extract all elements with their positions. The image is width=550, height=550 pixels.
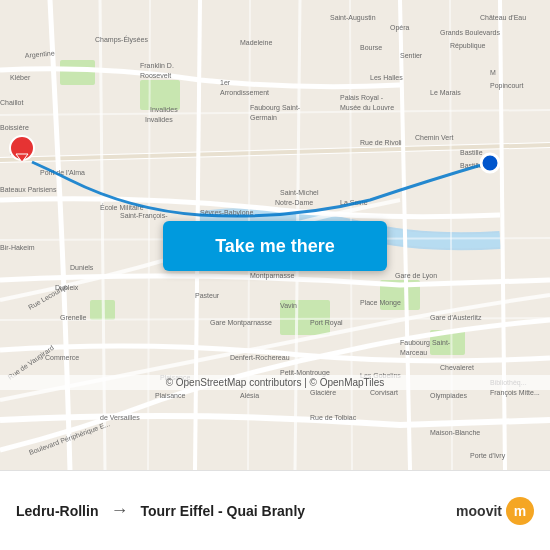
svg-text:Chaillot: Chaillot xyxy=(0,99,23,106)
svg-text:Palais Royal -: Palais Royal - xyxy=(340,94,384,102)
svg-text:Bourse: Bourse xyxy=(360,44,382,51)
svg-text:Champs-Élysées: Champs-Élysées xyxy=(95,35,148,44)
route-arrow-icon: → xyxy=(110,500,128,521)
svg-text:Denfert-Rochereau: Denfert-Rochereau xyxy=(230,354,290,361)
svg-text:Bir-Hakeim: Bir-Hakeim xyxy=(0,244,35,251)
svg-text:Commerce: Commerce xyxy=(45,354,79,361)
svg-text:Germain: Germain xyxy=(250,114,277,121)
svg-text:1er: 1er xyxy=(220,79,231,86)
svg-point-89 xyxy=(481,154,499,172)
svg-text:Bateaux Parisiens: Bateaux Parisiens xyxy=(0,186,57,193)
svg-text:Kléber: Kléber xyxy=(10,74,31,81)
svg-text:Boissière: Boissière xyxy=(0,124,29,131)
svg-text:Gare Montparnasse: Gare Montparnasse xyxy=(210,319,272,327)
svg-text:Faubourg Saint-: Faubourg Saint- xyxy=(400,339,451,347)
svg-text:Gare de Lyon: Gare de Lyon xyxy=(395,272,437,280)
svg-text:Saint-François-: Saint-François- xyxy=(120,212,168,220)
take-me-there-button[interactable]: Take me there xyxy=(163,221,387,271)
svg-text:Duniels: Duniels xyxy=(70,264,94,271)
svg-text:François Mitte...: François Mitte... xyxy=(490,389,540,397)
svg-text:Popincourt: Popincourt xyxy=(490,82,524,90)
svg-text:Rue de Tolbiac: Rue de Tolbiac xyxy=(310,414,357,421)
moovit-text: moovit xyxy=(456,503,502,519)
destination-station: Tourr Eiffel - Quai Branly xyxy=(140,503,305,519)
svg-text:Notre-Dame: Notre-Dame xyxy=(275,199,313,206)
svg-text:Franklin D.: Franklin D. xyxy=(140,62,174,69)
svg-text:Chemin Vert: Chemin Vert xyxy=(415,134,454,141)
svg-text:Marceau: Marceau xyxy=(400,349,427,356)
svg-text:Le Marais: Le Marais xyxy=(430,89,461,96)
svg-text:Grenelle: Grenelle xyxy=(60,314,87,321)
svg-text:Madeleine: Madeleine xyxy=(240,39,272,46)
svg-text:Vavin: Vavin xyxy=(280,302,297,309)
map-container: Argentine Champs-Élysées Kléber Chaillot… xyxy=(0,0,550,470)
svg-rect-2 xyxy=(60,60,95,85)
svg-text:Invalides: Invalides xyxy=(150,106,178,113)
svg-text:Alésia: Alésia xyxy=(240,392,259,399)
svg-text:Invalides: Invalides xyxy=(145,116,173,123)
svg-text:Roosevelt: Roosevelt xyxy=(140,72,171,79)
svg-text:Grands Boulevards: Grands Boulevards xyxy=(440,29,500,36)
svg-text:M: M xyxy=(490,69,496,76)
moovit-logo: moovit m xyxy=(456,497,534,525)
svg-text:Sentier: Sentier xyxy=(400,52,423,59)
svg-text:Arrondissement: Arrondissement xyxy=(220,89,269,96)
svg-text:Maison-Blanche: Maison-Blanche xyxy=(430,429,480,436)
svg-text:Place Monge: Place Monge xyxy=(360,299,401,307)
svg-text:Bastille: Bastille xyxy=(460,149,483,156)
svg-text:Montparnasse: Montparnasse xyxy=(250,272,294,280)
svg-text:Corvisart: Corvisart xyxy=(370,389,398,396)
svg-text:Faubourg Saint-: Faubourg Saint- xyxy=(250,104,301,112)
svg-text:Rue de Rivoli: Rue de Rivoli xyxy=(360,139,402,146)
bottom-bar: Ledru-Rollin → Tourr Eiffel - Quai Branl… xyxy=(0,470,550,550)
svg-text:Plaisance: Plaisance xyxy=(155,392,185,399)
svg-text:Glacière: Glacière xyxy=(310,389,336,396)
svg-text:Les Halles: Les Halles xyxy=(370,74,403,81)
svg-text:Château d'Eau: Château d'Eau xyxy=(480,14,526,21)
moovit-icon: m xyxy=(506,497,534,525)
origin-station: Ledru-Rollin xyxy=(16,503,98,519)
svg-text:Porte d'Ivry: Porte d'Ivry xyxy=(470,452,506,460)
svg-text:Musée du Louvre: Musée du Louvre xyxy=(340,104,394,111)
svg-text:Chevaleret: Chevaleret xyxy=(440,364,474,371)
svg-text:République: République xyxy=(450,42,486,50)
map-attribution: © OpenStreetMap contributors | © OpenMap… xyxy=(0,375,550,390)
svg-text:Port Royal: Port Royal xyxy=(310,319,343,327)
svg-text:Saint-Augustin: Saint-Augustin xyxy=(330,14,376,22)
svg-text:Gare d'Austerlitz: Gare d'Austerlitz xyxy=(430,314,482,321)
route-info: Ledru-Rollin → Tourr Eiffel - Quai Branl… xyxy=(16,500,456,521)
svg-text:Pasteur: Pasteur xyxy=(195,292,220,299)
svg-text:Opéra: Opéra xyxy=(390,24,410,32)
svg-text:Olympiades: Olympiades xyxy=(430,392,467,400)
svg-text:Saint-Michel: Saint-Michel xyxy=(280,189,319,196)
